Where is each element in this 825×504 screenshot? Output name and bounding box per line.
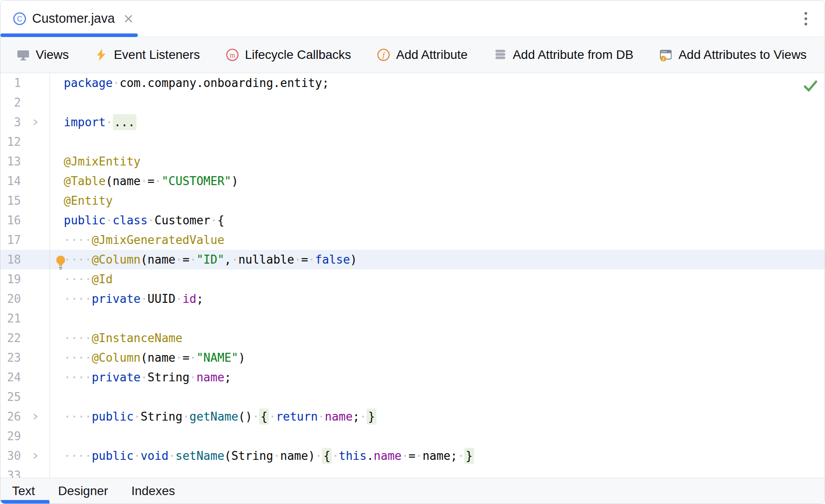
code-text[interactable]: ····@Column(name·=·"ID",·nullable·=·fals… bbox=[50, 253, 825, 266]
token-txt: (String bbox=[224, 449, 273, 463]
code-lines: 1package·com.company.onboarding.entity;2… bbox=[0, 73, 825, 478]
token-ws: · bbox=[140, 371, 148, 384]
code-line-16: 16public·class·Customer·{ bbox=[0, 211, 825, 230]
token-str: "NAME" bbox=[196, 351, 238, 364]
kebab-menu-icon[interactable] bbox=[797, 9, 815, 29]
mode-tab-designer[interactable]: Designer bbox=[46, 478, 120, 504]
green-check-icon[interactable] bbox=[801, 77, 819, 95]
code-line-25: 25 bbox=[0, 387, 825, 407]
line-number: 18 bbox=[0, 253, 21, 266]
token-ann: @JmixEntity bbox=[64, 155, 140, 168]
code-text[interactable]: ····private·String·name; bbox=[50, 371, 825, 384]
fold-chevron-icon[interactable] bbox=[21, 112, 50, 132]
token-kw: public bbox=[64, 214, 106, 227]
line-number: 30 bbox=[0, 449, 21, 463]
token-ann: @InstanceName bbox=[92, 331, 183, 345]
tab-customer-java[interactable]: C Customer.java bbox=[0, 0, 143, 37]
token-ws: ···· bbox=[64, 351, 92, 364]
toolbar-button-label: Add Attribute from DB bbox=[513, 48, 634, 62]
code-text[interactable]: ····public·String·getName()·{·return·nam… bbox=[50, 410, 825, 423]
code-line-30: 30 ····public·void·setName(String·name)·… bbox=[0, 446, 825, 466]
token-txt: Customer bbox=[155, 214, 210, 227]
token-txt: (name bbox=[140, 253, 175, 266]
code-text[interactable]: ····public·void·setName(String·name)·{·t… bbox=[50, 449, 825, 463]
gutter-space bbox=[21, 289, 50, 309]
line-number: 3 bbox=[0, 116, 21, 129]
java-class-icon: C bbox=[12, 12, 27, 26]
svg-text:m: m bbox=[230, 51, 235, 59]
gutter-space bbox=[21, 230, 50, 250]
token-ws: · bbox=[175, 292, 182, 306]
token-ann: @Column bbox=[92, 253, 141, 266]
token-kw: public bbox=[92, 449, 134, 463]
token-ws: ···· bbox=[64, 233, 92, 247]
code-text[interactable]: ····@InstanceName bbox=[50, 331, 825, 345]
token-txt: . bbox=[367, 449, 374, 463]
fold-chevron-icon[interactable] bbox=[21, 407, 50, 426]
code-text[interactable]: import·... bbox=[50, 116, 825, 129]
fold-chevron-icon[interactable] bbox=[21, 446, 50, 466]
line-number: 21 bbox=[0, 312, 21, 325]
method-m-circle-icon: m bbox=[226, 48, 239, 62]
token-txt: ; bbox=[224, 371, 231, 384]
code-line-12: 12 bbox=[0, 132, 825, 152]
toolbar-button-add-attribute[interactable]: fAdd Attribute bbox=[377, 48, 467, 62]
code-editor[interactable]: 1package·com.company.onboarding.entity;2… bbox=[0, 73, 825, 478]
code-line-24: 24····private·String·name; bbox=[0, 368, 825, 387]
toolbar-button-views[interactable]: Views bbox=[16, 48, 69, 62]
token-txt: = bbox=[182, 253, 190, 266]
code-text[interactable]: ····@Id bbox=[50, 273, 825, 286]
token-ws: · bbox=[140, 174, 148, 188]
token-ws: · bbox=[360, 410, 367, 423]
token-fold: { bbox=[259, 409, 269, 425]
code-text[interactable]: ····private·UUID·id; bbox=[50, 292, 825, 306]
code-line-29: 29 bbox=[0, 426, 825, 446]
code-text[interactable]: @Table(name·=·"CUSTOMER") bbox=[50, 174, 825, 188]
gutter-space bbox=[21, 348, 50, 368]
toolbar-button-event-listeners[interactable]: Event Listeners bbox=[95, 48, 200, 62]
gutter-space bbox=[21, 73, 50, 93]
line-number: 19 bbox=[0, 273, 21, 286]
code-line-26: 26 ····public·String·getName()·{·return·… bbox=[0, 407, 825, 426]
token-mth: setName bbox=[175, 449, 224, 463]
token-ws: · bbox=[308, 253, 315, 266]
gutter-space bbox=[21, 387, 50, 407]
token-ws: · bbox=[318, 410, 325, 423]
toolbar-button-add-attributes-to-views[interactable]: fAdd Attributes to Views bbox=[659, 48, 806, 62]
line-number: 29 bbox=[0, 430, 21, 443]
token-fld: name bbox=[325, 410, 353, 423]
line-number: 17 bbox=[0, 233, 21, 247]
mode-tab-indexes[interactable]: Indexes bbox=[120, 478, 186, 504]
gutter-space bbox=[21, 191, 50, 211]
token-mth: getName bbox=[190, 410, 239, 423]
code-text[interactable]: ····@Column(name·=·"NAME") bbox=[50, 351, 825, 364]
token-ws: ···· bbox=[64, 449, 92, 463]
line-number: 25 bbox=[0, 390, 21, 404]
token-ws: ···· bbox=[64, 410, 92, 423]
token-ws: · bbox=[148, 214, 155, 227]
code-text[interactable]: ····@JmixGeneratedValue bbox=[50, 233, 825, 247]
code-text[interactable]: public·class·Customer·{ bbox=[50, 214, 825, 227]
code-text[interactable]: @Entity bbox=[50, 194, 825, 207]
token-txt: (name bbox=[106, 174, 140, 188]
token-fld: name bbox=[374, 449, 402, 463]
mode-tab-label: Text bbox=[12, 484, 35, 498]
lightning-bolt-icon bbox=[95, 48, 108, 62]
token-txt: , bbox=[224, 253, 231, 266]
token-txt: { bbox=[217, 214, 224, 227]
token-kw: this bbox=[339, 449, 367, 463]
token-kw: return bbox=[276, 410, 318, 423]
gutter-space bbox=[21, 171, 50, 191]
line-number: 26 bbox=[0, 410, 21, 423]
toolbar-button-add-attribute-from-db[interactable]: Add Attribute from DB bbox=[494, 48, 634, 62]
code-text[interactable]: package·com.company.onboarding.entity; bbox=[50, 76, 825, 90]
token-str: "CUSTOMER" bbox=[161, 174, 231, 188]
lightbulb-icon[interactable] bbox=[53, 254, 69, 271]
code-line-21: 21 bbox=[0, 309, 825, 328]
close-icon[interactable] bbox=[123, 13, 134, 25]
toolbar-button-lifecycle-callbacks[interactable]: mLifecycle Callbacks bbox=[226, 48, 351, 62]
code-text[interactable]: @JmixEntity bbox=[50, 155, 825, 168]
token-ws: · bbox=[252, 410, 260, 423]
token-ws: ···· bbox=[64, 331, 92, 345]
toolbar-button-label: Add Attribute bbox=[396, 48, 467, 62]
